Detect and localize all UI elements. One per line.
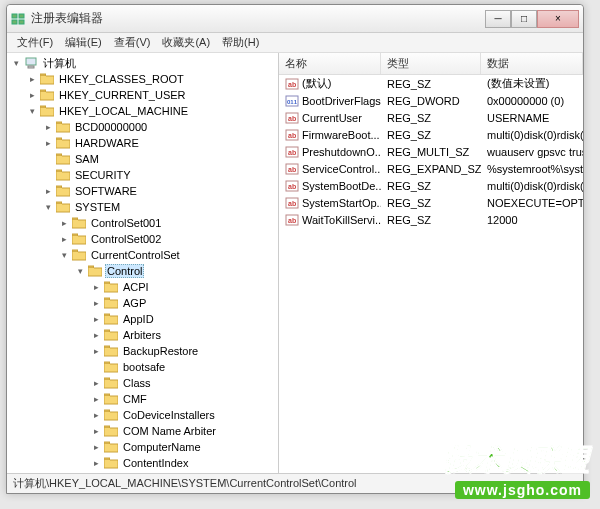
bootsafe-node[interactable]: bootsafe [7,359,278,375]
value-row[interactable]: abSystemBootDe...REG_SZmulti(0)disk(0)rd… [279,177,583,194]
value-type: REG_MULTI_SZ [381,146,481,158]
expand-toggle[interactable]: ▸ [91,346,102,357]
value-row[interactable]: abCurrentUserREG_SZUSERNAME [279,109,583,126]
value-type: REG_DWORD [381,95,481,107]
value-name: CurrentUser [302,112,362,124]
computername-node[interactable]: ▸ComputerName [7,439,278,455]
expand-toggle[interactable]: ▾ [75,266,86,277]
comnamearbiter-node[interactable]: ▸COM Name Arbiter [7,423,278,439]
list-header: 名称 类型 数据 [279,53,583,75]
computer-icon [24,56,38,70]
value-name: BootDriverFlags [302,95,381,107]
regedit-window: 注册表编辑器 ─ □ × 文件(F) 编辑(E) 查看(V) 收藏夹(A) 帮助… [6,4,584,494]
expand-toggle[interactable]: ▾ [59,250,70,261]
expand-toggle[interactable]: ▸ [59,234,70,245]
statusbar: 计算机\HKEY_LOCAL_MACHINE\SYSTEM\CurrentCon… [7,473,583,493]
folder-icon [56,201,70,213]
expand-toggle[interactable] [43,154,54,165]
expand-toggle[interactable] [91,362,102,373]
expand-toggle[interactable]: ▸ [91,394,102,405]
menu-favorites[interactable]: 收藏夹(A) [156,33,216,52]
menubar: 文件(F) 编辑(E) 查看(V) 收藏夹(A) 帮助(H) [7,33,583,53]
value-row[interactable]: ab(默认)REG_SZ(数值未设置) [279,75,583,92]
expand-toggle[interactable]: ▸ [91,330,102,341]
currentcontrolset-node[interactable]: ▾CurrentControlSet [7,247,278,263]
svg-text:ab: ab [288,115,296,122]
col-header-data[interactable]: 数据 [481,53,583,74]
expand-toggle[interactable]: ▸ [43,122,54,133]
expand-toggle[interactable]: ▸ [91,442,102,453]
svg-text:ab: ab [288,183,296,190]
value-type: REG_SZ [381,78,481,90]
menu-file[interactable]: 文件(F) [11,33,59,52]
control-node[interactable]: ▾Control [7,263,278,279]
expand-toggle[interactable]: ▸ [27,74,38,85]
value-type: REG_SZ [381,112,481,124]
titlebar[interactable]: 注册表编辑器 ─ □ × [7,5,583,33]
menu-edit[interactable]: 编辑(E) [59,33,108,52]
expand-toggle[interactable]: ▾ [11,58,22,69]
expand-toggle[interactable]: ▾ [27,106,38,117]
software-node[interactable]: ▸SOFTWARE [7,183,278,199]
expand-toggle[interactable] [43,170,54,181]
appid-node[interactable]: ▸AppID [7,311,278,327]
value-name: FirmwareBoot... [302,129,380,141]
security-node[interactable]: SECURITY [7,167,278,183]
binary-value-icon: 011 [285,94,299,108]
expand-toggle[interactable]: ▸ [91,378,102,389]
value-name: (默认) [302,76,331,91]
svg-text:011: 011 [287,99,298,105]
expand-toggle[interactable]: ▸ [91,410,102,421]
expand-toggle[interactable]: ▸ [43,138,54,149]
codeviceinstallers-node[interactable]: ▸CoDeviceInstallers [7,407,278,423]
folder-icon [104,377,118,389]
expand-toggle[interactable]: ▸ [91,426,102,437]
controlset001-node[interactable]: ▸ControlSet001 [7,215,278,231]
hkcu-node[interactable]: ▸HKEY_CURRENT_USER [7,87,278,103]
expand-toggle[interactable]: ▸ [27,90,38,101]
expand-toggle[interactable]: ▸ [91,458,102,469]
folder-icon [104,361,118,373]
backuprestore-node[interactable]: ▸BackupRestore [7,343,278,359]
value-row[interactable]: abFirmwareBoot...REG_SZmulti(0)disk(0)rd… [279,126,583,143]
class-node[interactable]: ▸Class [7,375,278,391]
hardware-node[interactable]: ▸HARDWARE [7,135,278,151]
expand-toggle[interactable]: ▸ [43,186,54,197]
menu-help[interactable]: 帮助(H) [216,33,265,52]
value-type: REG_SZ [381,214,481,226]
col-header-type[interactable]: 类型 [381,53,481,74]
hklm-node[interactable]: ▾HKEY_LOCAL_MACHINE [7,103,278,119]
system-node[interactable]: ▾SYSTEM [7,199,278,215]
expand-toggle[interactable]: ▸ [91,298,102,309]
bcd-node[interactable]: ▸BCD00000000 [7,119,278,135]
value-row[interactable]: abServiceControl...REG_EXPAND_SZ%systemr… [279,160,583,177]
col-header-name[interactable]: 名称 [279,53,381,74]
sam-node[interactable]: SAM [7,151,278,167]
tree-pane[interactable]: ▾计算机▸HKEY_CLASSES_ROOT▸HKEY_CURRENT_USER… [7,53,279,473]
menu-view[interactable]: 查看(V) [108,33,157,52]
tree-label: ACPI [121,281,151,293]
close-button[interactable]: × [537,10,579,28]
cmf-node[interactable]: ▸CMF [7,391,278,407]
expand-toggle[interactable]: ▾ [43,202,54,213]
acpi-node[interactable]: ▸ACPI [7,279,278,295]
values-pane[interactable]: 名称 类型 数据 ab(默认)REG_SZ(数值未设置)011BootDrive… [279,53,583,473]
hkcr-node[interactable]: ▸HKEY_CLASSES_ROOT [7,71,278,87]
value-row[interactable]: abPreshutdownO...REG_MULTI_SZwuauserv gp… [279,143,583,160]
controlset002-node[interactable]: ▸ControlSet002 [7,231,278,247]
value-row[interactable]: abWaitToKillServi...REG_SZ12000 [279,211,583,228]
agp-node[interactable]: ▸AGP [7,295,278,311]
minimize-button[interactable]: ─ [485,10,511,28]
value-row[interactable]: abSystemStartOp...REG_SZ NOEXECUTE=OPTIN [279,194,583,211]
arbiters-node[interactable]: ▸Arbiters [7,327,278,343]
expand-toggle[interactable]: ▸ [91,314,102,325]
svg-text:ab: ab [288,217,296,224]
value-type: REG_SZ [381,180,481,192]
maximize-button[interactable]: □ [511,10,537,28]
contentindex-node[interactable]: ▸ContentIndex [7,455,278,471]
expand-toggle[interactable]: ▸ [59,218,70,229]
expand-toggle[interactable]: ▸ [91,282,102,293]
computer-node[interactable]: ▾计算机 [7,55,278,71]
value-row[interactable]: 011BootDriverFlagsREG_DWORD0x00000000 (0… [279,92,583,109]
value-type: REG_EXPAND_SZ [381,163,481,175]
